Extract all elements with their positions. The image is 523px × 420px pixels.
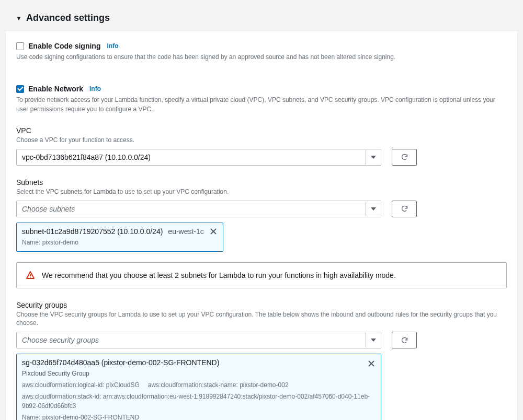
subnets-refresh-button[interactable] bbox=[392, 201, 417, 217]
code-signing-description: Use code signing configurations to ensur… bbox=[16, 52, 507, 62]
advanced-settings-panel: Enable Code signing Info Use code signin… bbox=[5, 31, 518, 420]
subnets-label: Subnets bbox=[16, 178, 507, 186]
subnets-placeholder: Choose subnets bbox=[22, 205, 75, 213]
vpc-value: vpc-0bd7136b621f84a87 (10.10.0.0/24) bbox=[22, 153, 151, 161]
caret-down-icon: ▼ bbox=[16, 15, 22, 22]
code-signing-info-link[interactable]: Info bbox=[107, 42, 118, 50]
network-block: Enable Network Info To provide network a… bbox=[16, 85, 507, 114]
subnet-remove-button[interactable] bbox=[209, 227, 218, 236]
sg-tag-stack-name: aws:cloudformation:stack-name: pixstor-d… bbox=[148, 380, 289, 390]
close-icon bbox=[210, 228, 217, 235]
subnet-warning-alert: We recommend that you choose at least 2 … bbox=[16, 262, 507, 288]
subnets-help: Select the VPC subnets for Lambda to use… bbox=[16, 188, 507, 196]
sg-token: sg-032d65f704d480aa5 (pixstor-demo-002-S… bbox=[16, 354, 381, 420]
sg-placeholder: Choose security groups bbox=[22, 336, 99, 344]
subnet-warning-text: We recommend that you choose at least 2 … bbox=[42, 271, 396, 279]
sg-refresh-button[interactable] bbox=[392, 332, 417, 348]
sg-id: sg-032d65f704d480aa5 (pixstor-demo-002-S… bbox=[22, 358, 219, 367]
subnets-select[interactable]: Choose subnets bbox=[16, 201, 381, 217]
sg-tag-logical-id: aws:cloudformation:logical-id: pixCloudS… bbox=[22, 380, 140, 390]
svg-point-6 bbox=[30, 276, 31, 277]
security-groups-field: Security groups Choose the VPC security … bbox=[16, 301, 507, 420]
refresh-icon bbox=[401, 336, 408, 344]
sg-label: Security groups bbox=[16, 301, 507, 309]
sg-description: Pixcloud Security Group bbox=[22, 369, 376, 378]
warning-icon bbox=[26, 271, 35, 279]
refresh-icon bbox=[401, 153, 408, 161]
advanced-settings-header[interactable]: ▼ Advanced settings bbox=[5, 5, 518, 31]
sg-select[interactable]: Choose security groups bbox=[16, 332, 381, 348]
subnet-name: Name: pixstor-demo bbox=[22, 238, 218, 247]
subnets-field: Subnets Select the VPC subnets for Lambd… bbox=[16, 178, 507, 288]
refresh-icon bbox=[401, 205, 408, 213]
code-signing-label: Enable Code signing bbox=[28, 42, 100, 50]
sg-tag-stack-id: aws:cloudformation:stack-id: arn:aws:clo… bbox=[22, 392, 376, 411]
vpc-select[interactable]: vpc-0bd7136b621f84a87 (10.10.0.0/24) bbox=[16, 149, 381, 166]
network-label: Enable Network bbox=[28, 85, 83, 93]
subnet-token: subnet-01c2a9d8719207552 (10.10.0.0/24) … bbox=[16, 223, 223, 252]
sg-help: Choose the VPC security groups for Lambd… bbox=[16, 310, 507, 328]
section-title: Advanced settings bbox=[26, 13, 110, 24]
network-description: To provide network access for your Lambd… bbox=[16, 95, 507, 114]
network-checkbox[interactable] bbox=[16, 85, 24, 93]
code-signing-block: Enable Code signing Info Use code signin… bbox=[16, 42, 507, 62]
network-info-link[interactable]: Info bbox=[89, 85, 101, 92]
code-signing-checkbox[interactable] bbox=[16, 42, 24, 50]
subnet-id: subnet-01c2a9d8719207552 (10.10.0.0/24) bbox=[22, 227, 163, 236]
sg-tag-name: Name: pixstor-demo-002-SG-FRONTEND bbox=[22, 413, 376, 420]
vpc-refresh-button[interactable] bbox=[392, 149, 417, 166]
vpc-label: VPC bbox=[16, 126, 507, 135]
close-icon bbox=[368, 360, 374, 367]
vpc-help: Choose a VPC for your function to access… bbox=[16, 136, 507, 145]
sg-remove-button[interactable] bbox=[367, 359, 376, 368]
vpc-field: VPC Choose a VPC for your function to ac… bbox=[16, 126, 507, 166]
subnet-region: eu-west-1c bbox=[168, 227, 203, 236]
